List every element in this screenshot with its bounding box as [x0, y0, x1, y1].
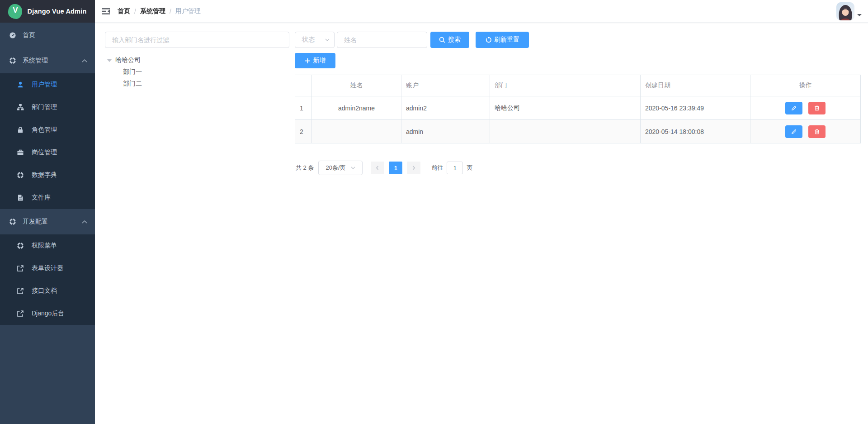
cell-account: admin2: [401, 96, 490, 120]
sidebar-menu: 首页 系统管理 用户管理: [0, 23, 95, 325]
briefcase-icon: [17, 149, 24, 156]
dev-submenu: 权限菜单 表单设计器 接口文档: [0, 234, 95, 325]
sidebar-item-home[interactable]: 首页: [0, 23, 95, 48]
col-header-actions: 操作: [750, 75, 861, 96]
refresh-icon: [485, 37, 491, 43]
table-row: 2 admin 2020-05-14 18:00:08: [295, 120, 861, 143]
tree-node-label: 哈哈公司: [115, 56, 141, 64]
edit-button[interactable]: [785, 102, 802, 114]
delete-button[interactable]: [808, 102, 826, 114]
sidebar-group-dev[interactable]: 开发配置: [0, 209, 95, 234]
col-header-name: 姓名: [312, 75, 401, 96]
topbar: 首页 / 系统管理 / 用户管理: [95, 0, 868, 23]
prev-page-button[interactable]: [371, 162, 384, 174]
sidebar-item-label: 部门管理: [32, 103, 57, 111]
sidebar-item-label: 用户管理: [32, 81, 57, 89]
external-link-icon: [17, 287, 24, 295]
sidebar-item-dictionary[interactable]: 数据字典: [0, 164, 95, 186]
cell-created: 2020-05-14 18:00:08: [641, 120, 750, 143]
sidebar-item-posts[interactable]: 岗位管理: [0, 141, 95, 164]
sidebar-item-label: 权限菜单: [32, 242, 57, 250]
search-button[interactable]: 搜索: [430, 32, 469, 48]
external-link-icon: [17, 265, 24, 272]
breadcrumb-separator: /: [134, 8, 136, 15]
component-icon: [9, 218, 16, 225]
search-icon: [439, 37, 445, 43]
filter-toolbar: 状态 搜索 刷新重置: [295, 32, 861, 48]
tree-node-child[interactable]: 部门二: [105, 78, 289, 90]
dashboard-icon: [9, 32, 16, 39]
search-button-label: 搜索: [448, 36, 461, 44]
chevron-down-icon: [350, 165, 356, 171]
sidebar: V Django Vue Admin 首页 系统管理: [0, 0, 95, 424]
chevron-right-icon: [410, 165, 417, 171]
external-link-icon: [17, 310, 24, 317]
goto-page-input[interactable]: [447, 162, 463, 174]
cell-index: 2: [295, 120, 312, 143]
add-user-button[interactable]: 新增: [295, 53, 335, 68]
tree-node-child[interactable]: 部门一: [105, 66, 289, 78]
sidebar-item-label: 首页: [23, 31, 35, 39]
app-logo[interactable]: V Django Vue Admin: [0, 0, 95, 23]
col-header-index: [295, 75, 312, 96]
edit-icon: [791, 105, 797, 111]
status-select[interactable]: 状态: [295, 32, 335, 48]
main-content: 哈哈公司 部门一 部门二 状态: [95, 0, 868, 175]
table-header-row: 姓名 账户 部门 创建日期 操作: [295, 75, 861, 96]
sidebar-group-system[interactable]: 系统管理: [0, 48, 95, 73]
tree-node-label: 部门二: [123, 80, 142, 88]
next-page-button[interactable]: [407, 162, 420, 174]
user-menu[interactable]: [836, 2, 862, 20]
delete-button[interactable]: [808, 125, 826, 138]
cell-created: 2020-05-16 23:39:49: [641, 96, 750, 120]
pagination-total: 共 2 条: [296, 164, 314, 172]
fold-menu-icon[interactable]: [102, 8, 110, 15]
caret-up-icon: [81, 219, 88, 224]
pager: 1: [371, 162, 420, 174]
cell-name: admin2name: [312, 96, 401, 120]
sidebar-item-form-designer[interactable]: 表单设计器: [0, 257, 95, 280]
delete-icon: [814, 129, 820, 135]
sidebar-item-api-docs[interactable]: 接口文档: [0, 280, 95, 302]
sidebar-item-label: 角色管理: [32, 126, 57, 134]
delete-icon: [814, 105, 820, 111]
org-tree-icon: [17, 104, 24, 111]
sidebar-item-permission-menu[interactable]: 权限菜单: [0, 234, 95, 257]
sidebar-item-users[interactable]: 用户管理: [0, 73, 95, 96]
department-filter-input[interactable]: [105, 32, 289, 48]
table-actions: 新增: [295, 53, 861, 68]
avatar-image: [836, 2, 854, 20]
table-row: 1 admin2name admin2 哈哈公司 2020-05-16 23:3…: [295, 96, 861, 120]
sidebar-item-files[interactable]: 文件库: [0, 186, 95, 209]
avatar[interactable]: [836, 2, 854, 20]
breadcrumb-system[interactable]: 系统管理: [140, 7, 165, 15]
tree-node-root[interactable]: 哈哈公司: [105, 54, 289, 66]
component-icon: [17, 172, 24, 179]
refresh-reset-button[interactable]: 刷新重置: [476, 32, 529, 48]
tree-expand-icon[interactable]: [107, 59, 112, 64]
breadcrumb-separator: /: [170, 8, 171, 15]
name-filter-input[interactable]: [337, 32, 427, 48]
sidebar-item-departments[interactable]: 部门管理: [0, 96, 95, 119]
page-size-select[interactable]: 20条/页: [318, 161, 363, 175]
cell-actions: [750, 120, 861, 143]
plus-icon: [305, 58, 311, 64]
chevron-down-icon: [325, 37, 330, 43]
breadcrumb-home[interactable]: 首页: [118, 7, 130, 15]
goto-label: 前往: [431, 164, 443, 172]
document-icon: [17, 194, 24, 201]
breadcrumb-current: 用户管理: [175, 7, 201, 15]
edit-button[interactable]: [785, 125, 802, 138]
cell-account: admin: [401, 120, 490, 143]
cell-dept: [490, 120, 641, 143]
sidebar-item-django-admin[interactable]: Django后台: [0, 302, 95, 325]
logo-letter: V: [13, 6, 18, 15]
sidebar-group-label: 开发配置: [23, 218, 48, 226]
sidebar-item-roles[interactable]: 角色管理: [0, 119, 95, 141]
col-header-dept: 部门: [490, 75, 641, 96]
tree-node-label: 部门一: [123, 68, 142, 76]
col-header-account: 账户: [401, 75, 490, 96]
sidebar-item-label: Django后台: [32, 310, 64, 318]
goto-unit-label: 页: [467, 164, 472, 172]
page-number-button[interactable]: 1: [389, 162, 402, 174]
